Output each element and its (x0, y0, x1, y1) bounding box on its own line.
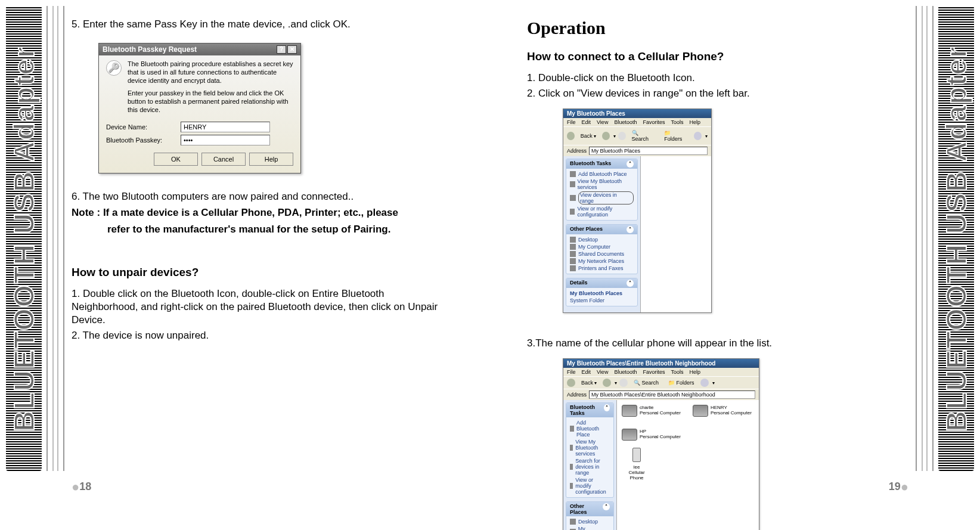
computer-device-icon (622, 405, 637, 417)
place-icon (570, 171, 576, 177)
views-dropdown[interactable] (711, 380, 715, 386)
close-titlebar-button[interactable]: ✕ (287, 45, 297, 54)
address-label: Address (567, 148, 587, 154)
unpair-step-2: 2. The device is now unpaired. (72, 329, 447, 342)
passkey-label: Bluetooth Passkey: (106, 137, 169, 144)
page-19: Operation How to connect to a Cellular P… (527, 12, 908, 513)
place-item[interactable]: My Computer (570, 243, 634, 250)
fig2-window-title: My Bluetooth Places\Entire Bluetooth Nei… (563, 359, 759, 368)
back-button[interactable]: Back (578, 379, 600, 387)
help-titlebar-button[interactable]: ? (277, 45, 286, 54)
help-button[interactable]: Help (249, 153, 293, 166)
menu-item[interactable]: Favorites (643, 369, 665, 375)
device-name-field[interactable] (181, 122, 270, 132)
forward-icon[interactable] (603, 379, 611, 387)
task-item[interactable]: View My Bluetooth services (570, 178, 634, 191)
place-item[interactable]: Desktop (570, 236, 634, 243)
left-side-tab (6, 6, 42, 471)
panel-heading: Bluetooth Tasks (570, 404, 604, 416)
cell-step-3: 3.The name of the cellular phone will ap… (527, 337, 903, 350)
menu-item[interactable]: View (597, 369, 608, 375)
right-rule-decor (916, 6, 934, 471)
folder-icon (570, 251, 576, 257)
address-field[interactable] (589, 147, 708, 155)
passkey-field[interactable] (181, 135, 270, 145)
fig1-content-pane (641, 156, 711, 312)
back-icon[interactable] (567, 132, 575, 140)
forward-icon[interactable] (602, 132, 610, 140)
panel-heading: Other Places (570, 503, 603, 515)
folders-button[interactable]: 📁 Folders (660, 129, 691, 143)
task-item[interactable]: View or modify configuration (570, 205, 634, 218)
step-6: 6. The two Blutooth computers are now pa… (72, 190, 447, 203)
task-item[interactable]: View devices in range (570, 191, 634, 205)
place-item[interactable]: Shared Documents (570, 250, 634, 258)
task-item[interactable]: View My Bluetooth services (570, 438, 610, 457)
menu-item[interactable]: Bluetooth (614, 369, 637, 375)
menu-item[interactable]: Tools (671, 119, 683, 125)
views-icon[interactable] (700, 379, 709, 387)
task-item[interactable]: Search for devices in range (570, 457, 610, 476)
cell-step-1: 1. Double-click on the Bluetooth Icon. (527, 72, 903, 85)
right-side-tab (938, 6, 974, 471)
menu-item[interactable]: File (567, 369, 576, 375)
collapse-icon[interactable]: ˄ (627, 160, 634, 168)
fig1-window-title: My Bluetooth Places (563, 109, 711, 118)
back-icon[interactable] (567, 379, 575, 387)
cancel-button[interactable]: Cancel (201, 153, 246, 166)
menu-item[interactable]: Favorites (643, 119, 665, 125)
task-item[interactable]: Add Bluetooth Place (570, 419, 610, 438)
collapse-icon[interactable]: ˄ (627, 226, 634, 233)
address-field[interactable] (589, 390, 755, 399)
fig2-toolbar: Back 🔍 Search 📁 Folders (563, 376, 759, 389)
place-item[interactable]: My Network Places (570, 258, 634, 265)
menu-item[interactable]: Bluetooth (614, 119, 637, 125)
menu-item[interactable]: View (597, 119, 608, 125)
menu-item[interactable]: File (567, 119, 576, 125)
passkey-dialog: Bluetooth Passkey Request ? ✕ The Blueto… (98, 43, 301, 173)
views-dropdown[interactable] (704, 133, 708, 139)
dialog-titlebar: Bluetooth Passkey Request ? ✕ (99, 44, 300, 55)
views-icon[interactable] (694, 132, 702, 140)
gear-icon (570, 483, 573, 489)
forward-dropdown[interactable] (613, 380, 617, 386)
place-item[interactable]: My Computer (570, 525, 610, 530)
details-line: My Bluetooth Places (570, 290, 634, 297)
collapse-icon[interactable]: ˄ (604, 404, 610, 411)
gear-icon (570, 209, 575, 215)
cellular-heading: How to connect to a Cellular Phone? (527, 50, 903, 63)
task-item[interactable]: Add Bluetooth Place (570, 171, 634, 178)
forward-dropdown[interactable] (612, 133, 616, 139)
task-item[interactable]: View or modify configuration (570, 476, 610, 495)
back-button[interactable]: Back (577, 132, 600, 140)
search-button[interactable]: 🔍 Search (630, 379, 662, 387)
address-label: Address (567, 392, 587, 398)
collapse-icon[interactable]: ˄ (627, 280, 634, 287)
search-button[interactable]: 🔍 Search (628, 129, 659, 143)
menu-item[interactable]: Help (689, 369, 700, 375)
device-name-label: Device Name: (106, 123, 169, 131)
place-item[interactable]: Desktop (570, 518, 610, 525)
panel-heading: Details (570, 280, 588, 287)
menu-item[interactable]: Tools (671, 369, 683, 375)
place-item[interactable]: Printers and Faxes (570, 265, 634, 272)
key-icon (106, 60, 122, 76)
fig2-menubar: File Edit View Bluetooth Favorites Tools… (563, 368, 759, 376)
menu-item[interactable]: Edit (582, 119, 591, 125)
device-item[interactable]: charliePersonal Computer (622, 405, 681, 417)
dialog-paragraph-1: The Bluetooth pairing procedure establis… (128, 60, 293, 85)
up-icon[interactable] (618, 132, 626, 140)
up-icon[interactable] (619, 379, 628, 387)
device-item[interactable]: leeCellular Phone (622, 444, 652, 481)
menu-item[interactable]: Edit (582, 369, 591, 375)
left-rule-decor (46, 6, 64, 471)
panel-heading: Bluetooth Tasks (570, 160, 611, 168)
collapse-icon[interactable]: ˄ (603, 503, 610, 510)
search-icon (570, 195, 576, 201)
device-item[interactable]: HENRYPersonal Computer (693, 405, 752, 417)
ok-button[interactable]: OK (154, 153, 198, 166)
folders-button[interactable]: 📁 Folders (665, 379, 698, 387)
computer-icon (570, 244, 576, 250)
menu-item[interactable]: Help (689, 119, 700, 125)
device-item[interactable]: HPPersonal Computer (622, 429, 681, 441)
